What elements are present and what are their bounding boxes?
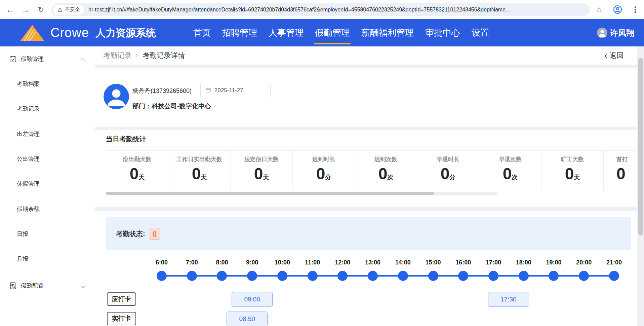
user-avatar-icon [597,28,607,38]
timeline-time-11: 16:00 [449,259,477,266]
chevron-down-icon [81,284,85,288]
breadcrumb-item-detail: 考勤记录详情 [143,51,185,60]
stat-value-number: 0 [565,165,574,183]
attendance-status-panel [106,217,631,250]
crowe-logo-icon [19,24,46,42]
timeline-dot-5 [277,271,287,281]
stat-card-4: 迟到时长0分 [293,151,355,191]
sidebar-group-config[interactable]: 假勤配置 [0,279,95,293]
timeline-dot-1 [157,271,167,281]
stat-card-9: 首打0 [604,151,635,191]
stat-value-number: 0 [441,165,450,183]
nav-item-1[interactable]: 首页 [193,27,211,39]
sidebar-item-8[interactable]: 月报 [17,255,28,263]
profile-person-icon [613,5,622,14]
stat-value-number: 0 [130,165,139,183]
security-chip[interactable]: 不安全 [53,5,84,14]
stat-card-label: 旷工天数 [541,155,603,163]
stat-value-number: 0 [192,165,201,183]
timeline-time-15: 20:00 [570,259,598,266]
stat-value-unit: 天 [201,174,207,181]
stat-card-value: 0 [604,165,635,183]
user-name[interactable]: 许凤翔 [610,19,634,46]
date-value: 2025-11-27 [214,87,243,94]
browser-menu-icon[interactable]: ⋮ [631,0,639,19]
nav-item-7[interactable]: 设置 [472,27,489,39]
timeline-dot-12 [488,271,498,281]
stat-value-unit: 天 [574,174,580,181]
stat-card-value: 0天 [231,165,292,183]
stat-card-value: 0次 [479,165,541,183]
horizontal-scrollbar-thumb[interactable] [106,192,434,195]
timeline-dot-16 [609,271,619,281]
user-avatar[interactable] [597,28,607,38]
nav-item-3[interactable]: 人事管理 [269,27,304,39]
top-navbar: Crowe 人力资源系统 首页招聘管理人事管理假勤管理薪酬福利管理审批中心设置 … [0,19,644,46]
timeline-time-2: 7:00 [178,259,206,266]
timeline-time-7: 12:00 [328,259,357,266]
back-button[interactable]: ‹ 返回 [604,46,624,65]
stat-card-label: 迟到时长 [293,155,355,163]
sidebar: 假勤管理 考勤档案考勤记录出差管理公出管理休假管理假期余额日报月报 假勤配置 [0,46,95,326]
breadcrumb-item-records[interactable]: 考勤记录 [103,51,131,60]
nav-item-5[interactable]: 薪酬福利管理 [361,27,414,39]
browser-forward-icon[interactable]: → [19,0,32,19]
department-value: 科技公司-数字化中心 [152,103,211,110]
product-name: 人力资源系统 [95,19,156,46]
timeline-dot-4 [247,271,257,281]
timeline-time-6: 11:00 [298,259,327,266]
employee-avatar [104,84,129,109]
nav-item-4[interactable]: 假勤管理 [315,27,350,39]
stat-card-label: 法定假日天数 [231,155,292,163]
nav-item-6[interactable]: 审批中心 [425,27,460,39]
sidebar-item-3[interactable]: 出差管理 [17,130,40,138]
stat-value-number: 0 [254,165,263,183]
bookmark-star-icon[interactable]: ☆ [596,0,602,19]
nav-item-2[interactable]: 招聘管理 [222,27,257,39]
stat-card-value: 0天 [106,165,168,183]
timeline-time-10: 15:00 [419,259,447,266]
stat-card-label: 应出勤天数 [106,155,168,163]
stat-value-unit: 分 [449,174,455,181]
stat-value-unit: 次 [387,174,393,181]
calendar-check-icon [9,55,17,64]
stat-card-value: 0分 [417,165,479,183]
timeline-time-3: 8:00 [208,259,236,266]
browser-back-icon[interactable]: ← [4,0,16,19]
address-bar[interactable]: 不安全 hr-test.zjf-it.cn/#/fakeDuty/fakeDut… [51,3,590,16]
timeline-time-14: 19:00 [539,259,568,266]
sidebar-item-7[interactable]: 日报 [17,230,28,238]
back-arrow-icon: ‹ [604,51,607,60]
stat-value-number: 0 [616,165,626,183]
timeline-time-12: 17:00 [479,259,508,266]
attendance-status-tag: () [149,228,160,240]
sidebar-item-1[interactable]: 考勤档案 [17,80,40,88]
url-text: hr-test.zjf-it.cn/#/fakeDuty/fakeDutyMan… [88,7,590,13]
breadcrumb-separator-icon: › [136,51,138,60]
punch-row-label-1: 应打卡 [107,292,136,306]
stat-card-label: 早退时长 [417,155,479,163]
vertical-scrollbar-thumb[interactable] [638,58,643,236]
main-nav: 首页招聘管理人事管理假勤管理薪酬福利管理审批中心设置 [193,19,489,46]
attendance-status-label: 考勤状态: [116,229,145,239]
stat-card-label: 迟到次数 [355,155,417,163]
sidebar-item-4[interactable]: 公出管理 [17,155,40,163]
document-search-icon [9,282,17,291]
sidebar-item-6[interactable]: 假期余额 [17,205,40,213]
timeline-dot-2 [187,271,197,281]
stat-card-value: 0次 [355,165,417,183]
stat-value-unit: 次 [512,174,518,181]
browser-reload-icon[interactable]: ↻ [35,0,47,19]
sidebar-item-2[interactable]: 考勤记录 [17,105,40,113]
date-picker[interactable]: 2025-11-27 [200,84,271,97]
sidebar-item-5[interactable]: 休假管理 [17,180,40,188]
stat-card-value: 0分 [293,165,355,183]
stat-value-unit: 分 [325,174,331,181]
stat-cards-row: 应出勤天数0天工作日实出勤天数0天法定假日天数0天迟到时长0分迟到次数0次早退时… [106,150,635,191]
timeline-time-5: 10:00 [268,259,296,266]
sidebar-group-attendance[interactable]: 假勤管理 [0,52,95,66]
timeline-time-16: 21:00 [600,259,628,266]
browser-profile-icon[interactable] [613,0,622,19]
timeline-time-9: 14:00 [389,259,417,266]
timeline-dot-9 [398,271,408,281]
